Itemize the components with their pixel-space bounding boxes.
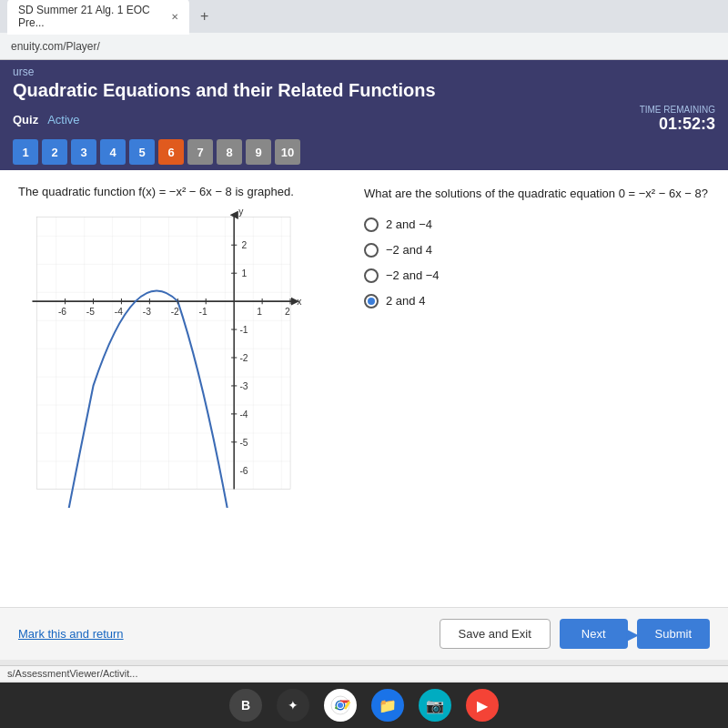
question-text: What are the solutions of the quadratic … [364, 185, 710, 203]
question-nav-btn-6[interactable]: 6 [158, 139, 184, 165]
left-panel: The quadratic function f(x) = −x² − 6x −… [18, 185, 346, 592]
new-tab-button[interactable]: + [195, 6, 214, 26]
question-nav-btn-9[interactable]: 9 [246, 139, 271, 165]
question-nav-btn-5[interactable]: 5 [129, 139, 155, 165]
svg-text:-1: -1 [239, 325, 248, 335]
taskbar-icon-b[interactable]: B [229, 689, 262, 722]
svg-text:1: 1 [257, 307, 262, 317]
active-tab[interactable]: SD Summer 21 Alg. 1 EOC Pre... ✕ [7, 0, 189, 35]
time-value: 01:52:3 [640, 115, 715, 134]
taskbar: B ✦ 📁 📷 ▶ [0, 682, 728, 728]
url-footer: s/AssessmentViewer/Activit... [0, 665, 728, 681]
question-nav-btn-8[interactable]: 8 [217, 139, 242, 165]
svg-text:-3: -3 [143, 307, 151, 317]
right-panel: What are the solutions of the quadratic … [364, 185, 710, 592]
radio-a[interactable] [364, 217, 379, 232]
svg-text:2: 2 [241, 240, 247, 250]
question-nav-btn-7[interactable]: 7 [187, 139, 213, 165]
question-nav-btn-4[interactable]: 4 [100, 139, 126, 165]
taskbar-icon-camera[interactable]: 📷 [419, 689, 451, 722]
svg-text:-5: -5 [86, 307, 95, 317]
svg-text:-6: -6 [239, 466, 248, 476]
quiz-row: Quiz Active TIME REMAINING 01:52:3 [13, 105, 715, 134]
svg-point-38 [338, 703, 343, 708]
question-nav-btn-10[interactable]: 10 [275, 139, 300, 165]
time-remaining: TIME REMAINING 01:52:3 [640, 105, 715, 134]
next-button[interactable]: Next [560, 619, 628, 649]
save-exit-button[interactable]: Save and Exit [440, 619, 551, 649]
app-header: urse Quadratic Equations and their Relat… [0, 60, 728, 170]
graph-container: -6 -5 -4 -3 -2 -1 1 2 x 2 1 y -1 -2 -3 -… [27, 207, 309, 508]
time-label: TIME REMAINING [640, 105, 715, 115]
svg-text:1: 1 [241, 268, 247, 278]
graph-svg: -6 -5 -4 -3 -2 -1 1 2 x 2 1 y -1 -2 -3 -… [27, 207, 309, 508]
option-a[interactable]: 2 and −4 [364, 217, 710, 232]
problem-text: The quadratic function f(x) = −x² − 6x −… [18, 185, 346, 198]
radio-c[interactable] [364, 268, 379, 283]
svg-text:-4: -4 [239, 410, 248, 420]
radio-b[interactable] [364, 243, 379, 258]
course-label: urse [13, 66, 715, 78]
svg-text:y: y [238, 207, 244, 217]
taskbar-icon-bluetooth[interactable]: ✦ [277, 689, 309, 722]
taskbar-icon-files[interactable]: 📁 [371, 689, 404, 722]
quiz-status: Active [47, 113, 79, 126]
option-b[interactable]: −2 and 4 [364, 243, 710, 258]
svg-text:2: 2 [285, 307, 290, 317]
taskbar-icon-play[interactable]: ▶ [466, 689, 499, 722]
question-nav: 12345678910 [13, 134, 715, 170]
quiz-label: Quiz [13, 113, 38, 126]
svg-text:-6: -6 [58, 307, 66, 317]
question-nav-btn-1[interactable]: 1 [13, 139, 38, 165]
radio-d[interactable] [364, 294, 379, 308]
svg-text:-3: -3 [239, 381, 248, 391]
address-bar: enuity.com/Player/ [0, 33, 728, 60]
footer-buttons: Save and Exit Next Submit [440, 619, 710, 649]
option-d[interactable]: 2 and 4 [364, 294, 710, 308]
question-nav-btn-2[interactable]: 2 [42, 139, 67, 165]
svg-text:-5: -5 [239, 438, 248, 448]
question-nav-btn-3[interactable]: 3 [71, 139, 96, 165]
tab-label: SD Summer 21 Alg. 1 EOC Pre... [18, 4, 166, 29]
main-content: The quadratic function f(x) = −x² − 6x −… [0, 170, 728, 607]
svg-text:-2: -2 [239, 353, 248, 363]
svg-text:-1: -1 [199, 307, 207, 317]
submit-button[interactable]: Submit [637, 619, 710, 649]
url-text: enuity.com/Player/ [11, 40, 100, 53]
mark-return-link[interactable]: Mark this and return [18, 627, 124, 641]
tab-close-icon[interactable]: ✕ [171, 12, 178, 22]
option-label-d: 2 and 4 [386, 294, 425, 308]
quiz-info: Quiz Active [13, 113, 80, 126]
svg-rect-0 [37, 217, 290, 489]
svg-text:-2: -2 [171, 307, 179, 317]
svg-text:x: x [297, 297, 302, 307]
option-c[interactable]: −2 and −4 [364, 268, 710, 283]
option-label-b: −2 and 4 [386, 243, 432, 257]
svg-text:-4: -4 [115, 307, 123, 317]
footer: Mark this and return Save and Exit Next … [0, 607, 728, 660]
option-label-a: 2 and −4 [386, 217, 432, 231]
course-title: Quadratic Equations and their Related Fu… [13, 80, 715, 101]
options-list: 2 and −4−2 and 4−2 and −42 and 4 [364, 217, 710, 308]
browser-tab-bar: SD Summer 21 Alg. 1 EOC Pre... ✕ + [0, 0, 728, 33]
taskbar-icon-chrome[interactable] [324, 689, 357, 722]
option-label-c: −2 and −4 [386, 268, 440, 282]
